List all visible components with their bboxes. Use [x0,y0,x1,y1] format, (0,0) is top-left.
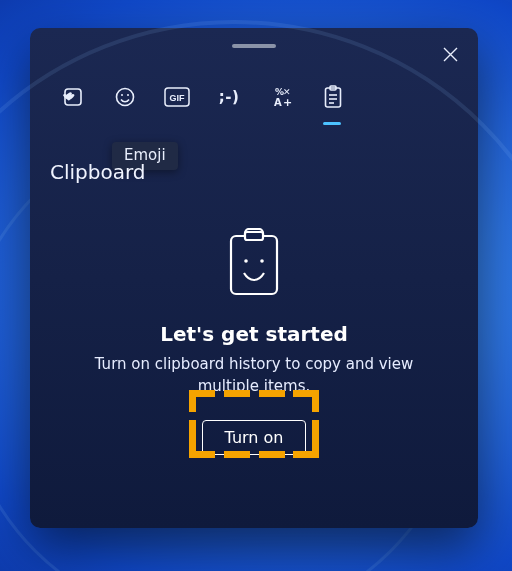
svg-text:+: + [283,96,292,108]
active-tab-indicator [323,122,341,125]
tab-clipboard[interactable] [320,84,346,110]
clipboard-hero-icon [227,228,281,298]
clipboard-icon [323,85,343,109]
turn-on-button[interactable]: Turn on [202,420,307,455]
emoji-icon [114,86,136,108]
svg-rect-16 [245,232,263,240]
svg-text:GIF: GIF [170,93,186,103]
svg-point-17 [244,259,248,263]
svg-text:A: A [274,97,282,108]
empty-state-body: Turn on clipboard history to copy and vi… [89,354,419,398]
svg-rect-10 [326,88,341,107]
tab-symbols[interactable]: % ✕ A + [268,84,294,110]
svg-point-1 [117,89,134,106]
kaomoji-icon: ;-) [219,88,240,106]
page-title: Clipboard [50,160,146,184]
symbols-icon: % ✕ A + [270,86,292,108]
svg-point-18 [260,259,264,263]
close-icon [443,47,458,62]
drag-handle[interactable] [232,44,276,48]
tab-gif[interactable]: GIF [164,84,190,110]
svg-point-3 [127,94,129,96]
close-button[interactable] [436,40,464,68]
tab-recent[interactable] [60,84,86,110]
recent-icon [62,86,84,108]
empty-state: Let's get started Turn on clipboard hist… [30,228,478,455]
gif-icon: GIF [164,87,190,107]
svg-rect-15 [231,236,277,294]
category-tabs: GIF ;-) % ✕ A + [60,84,346,110]
emoji-clipboard-panel: GIF ;-) % ✕ A + Emoji [30,28,478,528]
tab-kaomoji[interactable]: ;-) [216,84,242,110]
desktop-background: GIF ;-) % ✕ A + Emoji [0,0,512,571]
empty-state-heading: Let's get started [30,322,478,346]
tab-emoji[interactable] [112,84,138,110]
svg-point-2 [121,94,123,96]
